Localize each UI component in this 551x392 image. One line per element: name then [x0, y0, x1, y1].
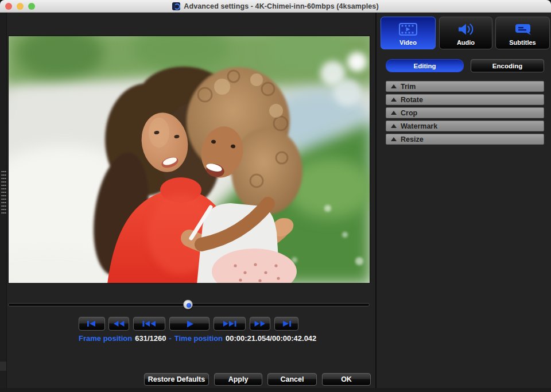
previous-keyframe-button[interactable]	[133, 317, 165, 331]
next-keyframe-button[interactable]	[214, 317, 246, 331]
apply-label: Apply	[228, 375, 249, 383]
ok-button[interactable]: OK	[322, 373, 371, 386]
close-button[interactable]	[5, 3, 12, 10]
preview-photo	[9, 36, 370, 284]
apply-button[interactable]: Apply	[214, 373, 262, 386]
seek-start-button[interactable]	[79, 317, 105, 331]
triangle-up-icon	[391, 111, 397, 115]
section-resize-label: Resize	[401, 135, 424, 143]
minimize-button[interactable]	[17, 3, 24, 10]
frame-position-value: 631/1260	[135, 334, 166, 343]
title-bar: Advanced settings - 4K-Chimei-inn-60mbps…	[0, 0, 551, 13]
triangle-up-icon	[391, 124, 397, 128]
section-resize[interactable]: Resize	[386, 134, 544, 145]
mode-encoding-label: Encoding	[492, 63, 522, 69]
left-splitter-strip	[0, 13, 7, 392]
film-strip-icon	[398, 21, 418, 38]
tab-audio-label: Audio	[457, 39, 475, 46]
tab-video-label: Video	[399, 39, 417, 46]
tab-audio[interactable]: Audio	[439, 17, 492, 49]
mode-editing-button[interactable]: Editing	[386, 59, 464, 72]
play-button[interactable]	[169, 317, 209, 331]
triangle-up-icon	[391, 84, 397, 88]
section-crop[interactable]: Crop	[386, 107, 544, 118]
section-watermark-label: Watermark	[401, 122, 437, 130]
time-position-label: Time position	[174, 334, 223, 343]
frame-position-label: Frame position	[79, 334, 132, 343]
rewind-button[interactable]	[108, 317, 129, 331]
app-icon	[172, 2, 180, 10]
zoom-button[interactable]	[28, 3, 35, 10]
advanced-settings-window: Advanced settings - 4K-Chimei-inn-60mbps…	[0, 0, 551, 392]
seek-end-button[interactable]	[274, 317, 298, 331]
triangle-up-icon	[391, 98, 397, 102]
restore-defaults-label: Restore Defaults	[148, 375, 205, 383]
mode-encoding-button[interactable]: Encoding	[471, 59, 544, 72]
speech-bubble-icon	[513, 21, 533, 38]
traffic-lights	[5, 3, 35, 10]
seek-slider-thumb[interactable]	[183, 300, 193, 309]
tab-subtitles-label: Subtitles	[509, 39, 536, 46]
splitter-endcap	[0, 362, 6, 371]
fast-forward-button[interactable]	[250, 317, 270, 331]
window-title: Advanced settings - 4K-Chimei-inn-60mbps…	[184, 2, 378, 10]
section-trim-label: Trim	[401, 83, 416, 91]
section-rotate[interactable]: Rotate	[386, 94, 544, 105]
grip-handle-icon[interactable]	[1, 170, 6, 216]
cancel-button[interactable]: Cancel	[267, 373, 317, 386]
bottom-edge	[0, 388, 551, 392]
video-preview	[8, 36, 370, 284]
section-rotate-label: Rotate	[401, 96, 423, 104]
panel-divider	[375, 13, 377, 392]
speaker-icon	[457, 21, 475, 38]
section-trim[interactable]: Trim	[386, 81, 544, 92]
triangle-up-icon	[391, 137, 397, 141]
time-position-value: 00:00:21.054/00:00:42.042	[226, 334, 316, 343]
section-watermark[interactable]: Watermark	[386, 121, 544, 131]
restore-defaults-button[interactable]: Restore Defaults	[144, 373, 209, 386]
section-crop-label: Crop	[401, 109, 417, 117]
ok-label: OK	[341, 375, 352, 383]
mode-editing-label: Editing	[414, 63, 436, 69]
cancel-label: Cancel	[281, 375, 304, 383]
status-separator: -	[169, 334, 171, 343]
position-status: Frame position 631/1260 - Time position …	[79, 334, 316, 343]
tab-subtitles[interactable]: Subtitles	[495, 17, 550, 49]
tab-video[interactable]: Video	[381, 17, 436, 49]
